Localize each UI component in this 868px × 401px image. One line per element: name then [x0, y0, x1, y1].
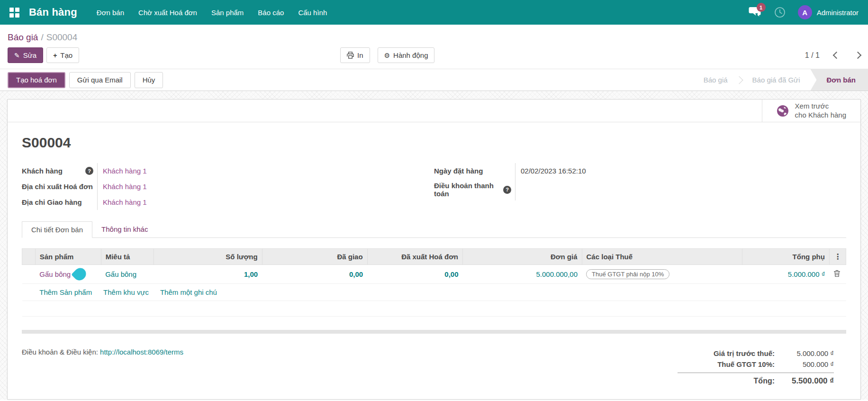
breadcrumb: Báo giá/S00004	[0, 25, 868, 44]
col-unit-price: Đơn giá	[463, 249, 582, 265]
field-payment-terms: Điều khoản thanh toán?	[434, 179, 846, 200]
totals-block: Giá trị trước thuế: 5.000.000 ₫ Thuế GTG…	[678, 348, 834, 387]
presence-cursor-icon	[71, 265, 89, 283]
field-label: Khách hàng	[22, 167, 63, 175]
state-bao-gia[interactable]: Báo giá	[693, 69, 738, 91]
apps-grid-icon[interactable]	[9, 8, 19, 18]
breadcrumb-parent-link[interactable]: Báo giá	[8, 32, 38, 42]
print-button-label: In	[357, 51, 363, 59]
row-quantity: 1,00	[154, 265, 262, 284]
status-pipeline: Báo giá Báo giá đã Gửi Đơn bán	[693, 69, 868, 91]
form-statusbar: Tạo hoá đơn Gửi qua Email Hủy Báo giá Bá…	[0, 69, 868, 91]
main-menu: Đơn bán Chờ xuất Hoá đơn Sản phẩm Báo cá…	[90, 0, 334, 25]
field-customer: Khách hàng? Khách hàng 1	[22, 163, 434, 179]
row-handle	[22, 265, 36, 284]
preview-link-line2: cho Khách hàng	[795, 111, 846, 120]
nav-item-cau-hinh[interactable]: Cấu hình	[291, 0, 334, 25]
col-description: Miêu tả	[101, 249, 154, 265]
breadcrumb-current: S00004	[46, 32, 78, 42]
clock-icon[interactable]	[774, 7, 786, 18]
col-taxes: Các loại Thuế	[582, 249, 742, 265]
action-button-label: Hành động	[393, 51, 428, 59]
order-lines-table: Sản phẩm Miêu tả Số lượng Đã giao Đã xuấ…	[22, 248, 846, 317]
chevron-right-icon[interactable]	[854, 52, 862, 59]
print-button[interactable]: In	[340, 47, 370, 63]
cancel-button[interactable]: Hủy	[135, 72, 163, 88]
trash-icon[interactable]	[833, 270, 841, 277]
add-section-link[interactable]: Thêm khu vực	[103, 288, 149, 296]
help-icon: ?	[503, 186, 511, 194]
app-name[interactable]: Bán hàng	[29, 6, 77, 18]
pager-value: 1 / 1	[805, 51, 820, 60]
sheet-footer: Điều khoản & Điều kiện: http://localhost…	[22, 348, 846, 387]
state-bao-gia-da-gui[interactable]: Báo giá đã Gửi	[742, 69, 811, 91]
pencil-icon: ✎	[14, 52, 20, 59]
product-link[interactable]: Gấu bông	[39, 270, 71, 278]
user-name: Administrator	[817, 9, 859, 17]
col-product: Sản phẩm	[35, 249, 101, 265]
table-footer-links-row: Thêm Sản phẩm Thêm khu vực Thêm một ghi …	[22, 284, 846, 301]
grand-total-value: 5.500.000 ₫	[775, 376, 834, 386]
terms-label: Điều khoản & Điều kiện:	[22, 348, 98, 356]
order-date-value: 02/02/2023 16:52:10	[515, 163, 586, 179]
table-row[interactable]: Gấu bông Gấu bông 1,00 0,00 0,00 5.000.0…	[22, 265, 846, 284]
field-groups: Khách hàng? Khách hàng 1 Địa chỉ xuất Ho…	[22, 163, 846, 210]
field-label: Địa chỉ xuất Hoá đơn	[22, 182, 93, 191]
chevron-left-icon[interactable]	[833, 52, 841, 59]
document-title: S00004	[22, 135, 846, 151]
create-invoice-button[interactable]: Tạo hoá đơn	[8, 72, 65, 88]
field-label: Địa chỉ Giao hàng	[22, 198, 82, 206]
preview-link-line1: Xem trước	[795, 102, 846, 111]
avatar: A	[798, 5, 812, 19]
nav-item-cho-xuat-hoa-don[interactable]: Chờ xuất Hoá đơn	[131, 0, 204, 25]
more-options-icon: ⋮	[834, 252, 841, 261]
top-navbar: Bán hàng Đơn bán Chờ xuất Hoá đơn Sản ph…	[0, 0, 868, 25]
gear-icon: ⚙	[384, 52, 390, 59]
payment-terms-value	[515, 179, 521, 200]
nav-item-bao-cao[interactable]: Báo cáo	[251, 0, 291, 25]
edit-button-label: Sửa	[23, 51, 36, 59]
col-delivered: Đã giao	[262, 249, 367, 265]
messages-button[interactable]: 1	[749, 6, 762, 18]
list-scrollbar-track	[22, 330, 846, 334]
delivery-address-link[interactable]: Khách hàng 1	[98, 194, 147, 210]
tab-order-lines[interactable]: Chi tiết Đơn bán	[22, 221, 92, 238]
terms-link[interactable]: http://localhost:8069/terms	[100, 348, 183, 356]
tax-amount-row: Thuế GTGT 10%: 500.000 ₫	[678, 359, 834, 370]
sheet-top-strip: Xem trước cho Khách hàng	[8, 100, 860, 122]
customer-preview-link[interactable]: Xem trước cho Khách hàng	[762, 100, 860, 122]
create-button[interactable]: + Tạo	[46, 47, 79, 63]
field-label: Điều khoản thanh toán	[434, 182, 503, 198]
tax-tag: Thuế GTGT phải nộp 10%	[586, 269, 669, 279]
totals-separator	[678, 373, 834, 373]
action-button[interactable]: ⚙ Hành động	[378, 47, 435, 63]
nav-item-san-pham[interactable]: Sản phẩm	[204, 0, 251, 25]
row-delivered: 0,00	[262, 265, 367, 284]
globe-icon	[777, 105, 789, 117]
row-unit-price: 5.000.000,00	[463, 265, 582, 284]
invoice-address-link[interactable]: Khách hàng 1	[98, 179, 147, 194]
untaxed-amount-label: Giá trị trước thuế:	[714, 349, 775, 357]
row-description: Gấu bông	[101, 265, 154, 284]
state-don-ban[interactable]: Đơn bán	[811, 69, 868, 91]
send-email-button[interactable]: Gửi qua Email	[69, 72, 131, 88]
tax-amount-label: Thuế GTGT 10%:	[717, 360, 775, 368]
edit-button[interactable]: ✎ Sửa	[8, 47, 43, 63]
add-note-link[interactable]: Thêm một ghi chú	[160, 288, 217, 296]
grand-total-label: Tổng:	[754, 377, 775, 385]
col-invoiced: Đã xuất Hoá đơn	[367, 249, 462, 265]
optional-columns-header[interactable]: ⋮	[829, 249, 846, 265]
tax-amount-value: 500.000 ₫	[775, 360, 834, 368]
table-header-row: Sản phẩm Miêu tả Số lượng Đã giao Đã xuấ…	[22, 249, 846, 265]
add-product-link[interactable]: Thêm Sản phẩm	[39, 288, 92, 296]
user-menu[interactable]: A Administrator	[798, 5, 859, 19]
control-panel-buttons: ✎ Sửa + Tạo In ⚙ Hành động 1 / 1	[0, 44, 868, 69]
nav-item-don-ban[interactable]: Đơn bán	[90, 0, 131, 25]
customer-link[interactable]: Khách hàng 1	[98, 163, 147, 179]
row-subtotal: 5.000.000 ₫	[742, 265, 830, 284]
notification-badge: 1	[757, 3, 766, 12]
tab-other-info[interactable]: Thông tin khác	[92, 221, 157, 237]
grand-total-row: Tổng: 5.500.000 ₫	[678, 375, 834, 387]
field-delivery-address: Địa chỉ Giao hàng Khách hàng 1	[22, 194, 434, 210]
breadcrumb-separator: /	[41, 32, 43, 42]
